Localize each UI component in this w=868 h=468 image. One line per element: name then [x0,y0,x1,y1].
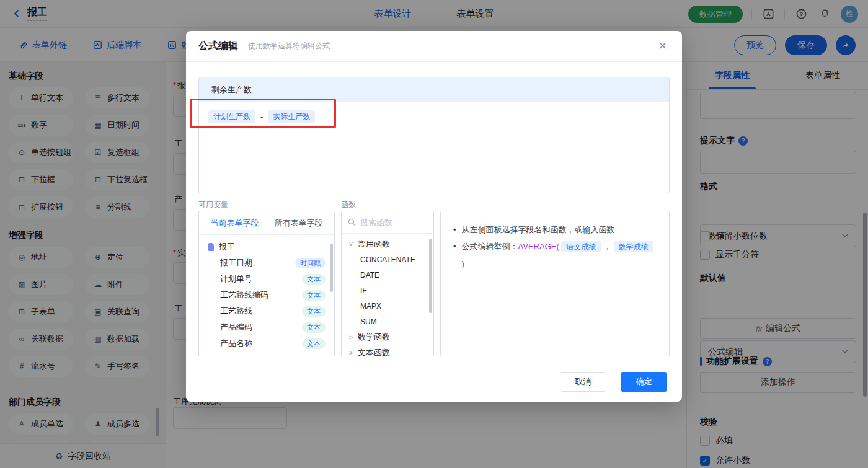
bullet-icon: • [453,238,456,255]
minus-operator: - [260,112,263,121]
dialog-subtitle: 使用数学运算符编辑公式 [248,41,330,51]
form-node[interactable]: 报工 [208,239,334,255]
type-badge: 时间戳 [295,258,326,268]
function-group-label: 文本函数 [358,347,390,357]
type-badge: 文本 [302,274,326,285]
example-chip-chinese-score: 语文成绩 [561,241,601,252]
variable-row[interactable]: 计划单号文本 [208,271,334,287]
dialog-title: 公式编辑 [198,40,238,53]
form-node-label: 报工 [219,241,235,252]
variable-name: 产品编码 [220,322,252,333]
formula-target: 剩余生产数 = [211,84,259,95]
function-item[interactable]: IF [342,283,433,298]
chevron-right-icon: > [347,333,355,341]
confirm-button[interactable]: 确定 [621,372,667,392]
close-icon[interactable]: ✕ [656,37,670,55]
field-chip-actual-qty[interactable]: 实际生产数 [268,110,315,123]
variable-row[interactable]: 产品名称文本 [208,335,334,351]
formula-editor[interactable]: 剩余生产数 = 计划生产数 - 实际生产数 [198,77,670,193]
function-search-input[interactable]: 搜索函数 [342,211,433,234]
formula-expression[interactable]: 计划生产数 - 实际生产数 [199,102,669,131]
example-chip-math-score: 数学成绩 [614,241,653,252]
functions-scrollbar[interactable] [429,239,432,313]
cancel-button[interactable]: 取消 [560,372,606,392]
formula-target-row: 剩余生产数 = [199,77,669,102]
functions-label: 函数 [341,200,356,210]
field-chip-planned-qty[interactable]: 计划生产数 [208,110,255,123]
type-badge: 文本 [302,338,326,349]
variable-name: 工艺路线编码 [220,289,268,301]
function-item[interactable]: DATE [342,267,433,283]
chevron-down-icon: ∨ [347,240,355,248]
variables-scrollbar[interactable] [330,244,333,292]
example-prefix: 公式编辑举例： [462,242,518,251]
document-icon [208,243,215,251]
variable-row[interactable]: 产品编码文本 [208,319,334,335]
example-function-close: ) [462,259,464,268]
dialog-header: 公式编辑 使用数学运算符编辑公式 ✕ [186,31,682,62]
tab-all-form-fields[interactable]: 所有表单字段 [275,218,323,229]
example-comma: ， [603,242,611,251]
tip-line: • 从左侧面板选择字段名和函数，或输入函数 [453,221,657,238]
function-group-math[interactable]: >数学函数 [342,329,433,345]
variable-name: 计划单号 [220,273,252,285]
variables-label: 可用变量 [198,200,228,210]
function-item[interactable]: SUM [342,314,433,329]
variable-name: 工艺路线 [220,306,252,317]
dialog-footer: 取消 确定 [186,363,682,402]
tip-line-example: • 公式编辑举例：AVERAGE( 语文成绩 ， 数学成绩 ) [453,238,657,272]
variable-name: 报工日期 [220,257,252,268]
search-icon [348,218,356,226]
variables-tabs: 当前表单字段 所有表单字段 [199,211,334,235]
function-group-label: 常用函数 [358,239,390,250]
function-item[interactable]: MAPX [342,298,433,314]
function-group-label: 数学函数 [358,332,390,343]
type-badge: 文本 [302,306,326,317]
tip-text: 公式编辑举例：AVERAGE( 语文成绩 ， 数学成绩 ) [462,238,657,272]
variable-row[interactable]: 报工日期时间戳 [208,255,334,271]
tips-panel: • 从左侧面板选择字段名和函数，或输入函数 • 公式编辑举例：AVERAGE( … [440,211,670,356]
type-badge: 文本 [302,322,326,333]
variable-row[interactable]: 工艺路线文本 [208,303,334,319]
functions-panel: 搜索函数 ∨常用函数 CONCATENATE DATE IF MAPX SUM … [341,211,434,356]
search-placeholder: 搜索函数 [360,217,392,228]
variable-row[interactable]: 工艺路线编码文本 [208,287,334,303]
chevron-right-icon: > [347,349,355,356]
variables-panel: 当前表单字段 所有表单字段 报工 报工日期时间戳 计划单号文本 工艺路线编码文本… [198,211,335,356]
variable-name: 产品名称 [220,338,252,349]
bullet-icon: • [453,221,456,238]
app-window: 报工 表单设计 表单设置 数据管理 A ? 检 表单外链 [0,0,868,468]
function-group-common[interactable]: ∨常用函数 [342,236,433,252]
tab-current-form-fields[interactable]: 当前表单字段 [211,218,259,229]
function-group-text[interactable]: >文本函数 [342,345,433,356]
function-item[interactable]: CONCATENATE [342,252,433,267]
type-badge: 文本 [302,290,326,301]
formula-edit-dialog: 公式编辑 使用数学运算符编辑公式 ✕ 剩余生产数 = 计划生产数 - 实际生产数… [186,31,682,402]
tip-text: 从左侧面板选择字段名和函数，或输入函数 [462,221,615,238]
example-function-open: AVERAGE( [518,242,559,251]
